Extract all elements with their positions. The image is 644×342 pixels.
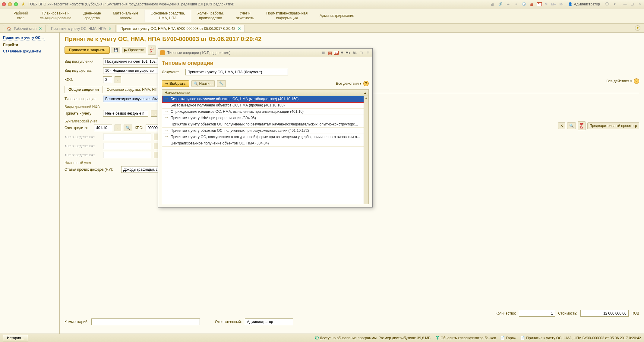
preview-button[interactable]: Предварительный просмотр [587, 122, 639, 129]
subtab-general[interactable]: Общие сведения [65, 86, 103, 93]
spd-input[interactable] [121, 166, 163, 173]
user-indicator[interactable]: 👤 Администратор [568, 2, 600, 6]
nd-input-1[interactable] [103, 134, 151, 140]
dk-button-2[interactable]: ДтКт [578, 121, 586, 130]
favorite-icon[interactable]: ★ [21, 1, 25, 7]
search-button[interactable]: 🔍 [124, 125, 132, 131]
qty-label: Количество: [495, 311, 516, 315]
list-item[interactable]: Безвозмездное получение объектов ОС, НМА… [162, 102, 368, 109]
sidebar-link-related[interactable]: Связанные документы [3, 49, 56, 53]
close-icon[interactable]: ✕ [238, 27, 241, 31]
scroll-up-icon[interactable]: ▴ [364, 96, 368, 101]
conduct-button[interactable]: ▶Провести [122, 47, 146, 53]
info-icon[interactable]: ⓘ [604, 2, 610, 7]
clear-button[interactable]: ✕ [558, 122, 565, 129]
search-button[interactable]: 🔍 [567, 122, 576, 129]
picker-button[interactable]: ... [151, 110, 157, 117]
list-item[interactable]: Безвозмездное получение объектов ОС, НМА… [162, 96, 368, 102]
close-window-icon[interactable] [2, 2, 6, 6]
doc-input[interactable] [185, 69, 288, 75]
tip-op-input[interactable] [103, 96, 160, 102]
win-close-icon[interactable]: ✕ [637, 2, 642, 7]
sidebar-section: Перейти [3, 43, 56, 47]
sk-input[interactable] [94, 125, 112, 131]
calculator-icon[interactable]: ▦ [529, 2, 535, 7]
scrollbar[interactable]: ▴ [364, 96, 368, 204]
minimize-window-icon[interactable] [8, 2, 12, 6]
calculator-icon[interactable]: ▦ [327, 50, 333, 55]
history-button[interactable]: История... [3, 335, 28, 341]
close-icon[interactable]: ✕ [109, 27, 112, 31]
resp-input[interactable] [245, 318, 293, 325]
nd-input-2[interactable] [103, 143, 151, 149]
copy-icon[interactable]: ▦ [320, 50, 326, 55]
list-item[interactable]: Централизованное получение объектов ОС, … [162, 140, 368, 147]
win-restore-icon[interactable]: ▢ [630, 2, 635, 7]
memory-mplus[interactable]: M+ [551, 2, 557, 6]
list-item[interactable]: Принятие к учету НФА при реорганизации (… [162, 115, 368, 121]
app-1c-icon [160, 50, 165, 55]
select-button[interactable]: ↪Выбрать [162, 80, 189, 87]
link-icon[interactable]: 🔗 [498, 2, 503, 7]
menu-admin[interactable]: Администрирование [314, 12, 360, 20]
status-update[interactable]: ⓘДоступно обновление программы. Размер д… [315, 335, 431, 340]
dialog-close-icon[interactable]: ✕ [365, 50, 371, 55]
print-icon[interactable]: 🖨 [490, 2, 495, 7]
memory-m[interactable]: M [340, 51, 344, 55]
chevron-down-icon[interactable]: ▾ [635, 25, 640, 31]
qty-input[interactable] [519, 310, 555, 317]
list-item[interactable]: Принятие к учету ОС, поступивших в натур… [162, 134, 368, 140]
status-garage[interactable]: 📄Гараж [500, 336, 516, 340]
conduct-close-button[interactable]: Провести и закрыть [65, 46, 110, 54]
all-actions-link[interactable]: Все действия ▾ [606, 79, 632, 83]
vid-im-input[interactable] [103, 67, 163, 74]
nav-icon[interactable]: ⮕ [506, 2, 511, 7]
win-minimize-icon[interactable]: — [622, 2, 628, 7]
find-button[interactable]: 🔍Найти... [191, 80, 215, 87]
pk-input[interactable] [103, 110, 148, 117]
menu-money[interactable]: Денежные средства [77, 10, 107, 22]
wrench-button[interactable]: 🔧 [217, 80, 226, 87]
memory-mplus[interactable]: M+ [345, 51, 351, 55]
tab-desktop[interactable]: 🏠 Рабочий стол ✕ [3, 25, 46, 32]
close-icon[interactable]: ✕ [39, 27, 42, 31]
memory-mminus[interactable]: M- [559, 2, 564, 6]
picker-button[interactable]: ... [115, 125, 121, 131]
menu-desktop[interactable]: Рабочий стол [8, 10, 34, 22]
dialog-restore-icon[interactable]: ▢ [358, 50, 364, 55]
clock-icon[interactable]: 🕓 [521, 2, 527, 7]
dropdown-icon[interactable]: ▾ [612, 2, 617, 7]
column-header[interactable]: Наименование ▴ [162, 89, 369, 96]
picker-button[interactable]: ... [115, 76, 121, 83]
dk-button[interactable]: ДтКт [148, 46, 156, 55]
menu-accounting[interactable]: Учет и отчетность [230, 10, 260, 22]
calendar-icon[interactable]: 31 [537, 2, 542, 6]
menu-assets[interactable]: Основные средства, НМА, НПА [144, 10, 191, 22]
tab-document[interactable]: Принятие к учету ОС, НМА, НПА БУ00-00000… [117, 25, 245, 32]
menu-materials[interactable]: Материальные запасы [107, 10, 144, 22]
kfo-input[interactable] [103, 76, 112, 83]
status-doc[interactable]: 📄Принятие к учету ОС, НМА, НПА БУ00-0000… [520, 336, 641, 340]
calendar-icon[interactable]: 31 [334, 51, 339, 55]
help-icon[interactable]: ? [363, 81, 369, 86]
maximize-window-icon[interactable] [14, 2, 18, 6]
list-item[interactable]: Оприходование излишков ОС, НМА, выявленн… [162, 109, 368, 115]
memory-m[interactable]: M [544, 2, 548, 6]
save-button[interactable]: 💾 [112, 47, 120, 53]
status-banks[interactable]: ⓘОбновить классификатор банков [436, 335, 496, 340]
help-icon[interactable]: ? [634, 78, 639, 84]
star-outline-icon[interactable]: ☆ [513, 2, 519, 7]
nd-input-3[interactable] [103, 152, 151, 158]
comment-input[interactable] [91, 318, 200, 325]
subtab-assets[interactable]: Основные средства, НМА, НП [103, 86, 161, 93]
list-item[interactable]: Принятие к учету объектов ОС, полученных… [162, 121, 368, 128]
list-item[interactable]: Принятие к учету объектов ОС, полученных… [162, 128, 368, 134]
menu-services[interactable]: Услуги, работы, производство [191, 10, 230, 22]
cost-input[interactable] [580, 310, 629, 317]
tab-list[interactable]: Принятия к учету ОС, НМА, НПА ✕ [47, 25, 115, 32]
all-actions-link[interactable]: Все действия ▾ [336, 81, 361, 86]
totals-bar: Количество: Стоимость: RUB [495, 310, 639, 317]
menu-planning[interactable]: Планирование и санкционирование [34, 10, 77, 22]
memory-mminus[interactable]: M- [352, 51, 357, 55]
menu-reference[interactable]: Нормативно-справочная информация [260, 10, 314, 22]
